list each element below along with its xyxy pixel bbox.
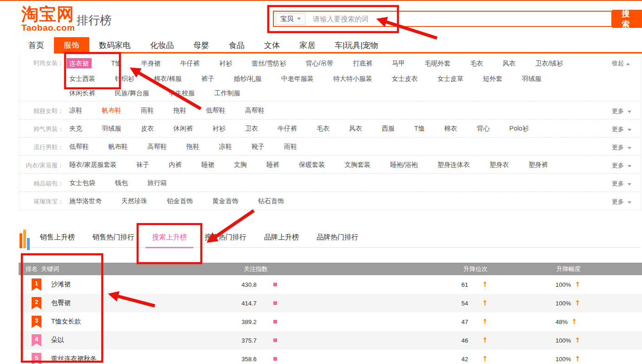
category-item[interactable]: 皮衣	[141, 124, 154, 132]
category-item[interactable]: T恤	[111, 59, 122, 67]
category-item[interactable]: 半身裙	[141, 59, 161, 67]
category-item[interactable]: 工作制服	[214, 89, 240, 97]
keyword-cell[interactable]: 蕾丝连衣裙秋冬	[46, 355, 121, 363]
category-item[interactable]: 高帮鞋	[245, 106, 265, 114]
category-item[interactable]: 中老年服装	[281, 74, 314, 83]
category-item[interactable]: 羽绒服	[102, 124, 121, 132]
category-item[interactable]: 钱包	[115, 179, 128, 187]
nav-tab-1[interactable]: 首页	[19, 37, 54, 53]
category-item[interactable]: 羽绒服	[522, 74, 542, 83]
nav-tab-3[interactable]: 数码家电	[89, 37, 140, 53]
nav-tab-7[interactable]: 文体	[254, 37, 290, 53]
category-item[interactable]: 雨鞋	[284, 142, 297, 151]
category-item[interactable]: 卫衣/绒衫	[535, 59, 563, 67]
keyword-cell[interactable]: 朵以	[46, 336, 121, 344]
nav-tab-5[interactable]: 母婴	[184, 37, 219, 53]
category-item[interactable]: 西服	[382, 124, 395, 132]
category-item[interactable]: 睡裤	[266, 160, 279, 169]
category-item[interactable]: 袜子	[136, 160, 149, 169]
keyword-cell[interactable]: T恤女长款	[46, 318, 121, 326]
category-item[interactable]: 夹克	[69, 124, 82, 132]
category-item[interactable]: 蕾丝/雪纺衫	[252, 59, 286, 67]
more-link[interactable]: 更多	[612, 124, 641, 133]
category-item[interactable]: 睡裙	[201, 160, 214, 169]
category-item[interactable]: 休闲长裤	[69, 89, 95, 97]
keyword-cell[interactable]: 沙滩裙	[46, 280, 121, 289]
nav-tab-2[interactable]: 服饰	[54, 37, 89, 53]
category-item[interactable]: 塑身衣	[490, 160, 509, 169]
category-item[interactable]: 内裤	[169, 160, 182, 169]
search-button[interactable]: 搜 索	[612, 10, 642, 28]
ranking-tab-品牌上升榜[interactable]: 品牌上升榜	[264, 227, 299, 248]
nav-tab-8[interactable]: 家居	[290, 37, 325, 53]
category-item[interactable]: 帆布鞋	[108, 142, 128, 151]
nav-tab-4[interactable]: 化妆品	[140, 37, 184, 53]
category-item[interactable]: 文胸套装	[344, 160, 371, 169]
category-item[interactable]: 学生校服	[169, 89, 195, 97]
category-item[interactable]: 睡袍/浴袍	[390, 160, 418, 169]
category-item[interactable]: 文胸	[234, 160, 247, 169]
category-item[interactable]: 民族/舞台服	[115, 89, 149, 97]
category-item[interactable]: 女士皮草	[437, 74, 463, 83]
category-item[interactable]: 牛仔裤	[180, 59, 200, 67]
category-item[interactable]: 婚纱/礼服	[234, 74, 262, 83]
category-item[interactable]: 休闲裤	[173, 124, 193, 132]
category-item[interactable]: 钻石首饰	[258, 197, 284, 205]
category-item[interactable]: 睡衣/家居服套装	[69, 160, 117, 169]
category-item[interactable]: 雨鞋	[141, 106, 154, 114]
category-item[interactable]: 针织衫	[115, 74, 134, 83]
category-item[interactable]: 衬衫	[212, 124, 225, 132]
category-item[interactable]: 女士包袋	[69, 179, 95, 187]
category-item[interactable]: 塑身连体衣	[437, 160, 470, 169]
nav-tab-6[interactable]: 食品	[219, 37, 254, 53]
search-category-select[interactable]: 宝贝	[276, 13, 305, 25]
ranking-tab-销售上升榜[interactable]: 销售上升榜	[40, 227, 75, 248]
category-item[interactable]: 毛呢外套	[424, 59, 450, 67]
category-item[interactable]: 旅行箱	[147, 179, 167, 187]
category-item[interactable]: 特大特小服装	[333, 74, 372, 83]
category-item[interactable]: 施华洛世奇	[69, 197, 102, 205]
nav-tab-9[interactable]: 车|玩具|宠物	[325, 37, 388, 53]
category-item[interactable]: 女士西装	[69, 74, 95, 83]
category-item[interactable]: 保暖套装	[299, 160, 325, 169]
category-item[interactable]: 连衣裙	[66, 58, 92, 68]
category-item[interactable]: 牛仔裤	[278, 124, 297, 132]
search-input[interactable]	[312, 14, 611, 23]
more-link[interactable]: 更多	[612, 160, 641, 170]
category-item[interactable]: 塑身裤	[529, 160, 548, 169]
category-item[interactable]: T恤	[414, 124, 425, 132]
category-item[interactable]: 凉鞋	[219, 142, 232, 151]
category-item[interactable]: 黄金首饰	[212, 197, 238, 205]
category-item[interactable]: 帆布鞋	[102, 106, 121, 114]
keyword-cell[interactable]: 包臀裙	[46, 299, 121, 307]
category-item[interactable]: 棉衣	[444, 124, 457, 132]
category-item[interactable]: 背心/吊带	[305, 59, 333, 67]
category-item[interactable]: 棉衣/棉服	[154, 74, 182, 83]
more-link[interactable]: 更多	[612, 106, 641, 115]
category-item[interactable]: 高帮鞋	[147, 142, 167, 151]
category-item[interactable]: 凉鞋	[69, 106, 82, 114]
category-item[interactable]: 拖鞋	[186, 142, 199, 151]
category-item[interactable]: 打底裤	[353, 59, 372, 67]
category-item[interactable]: 拖鞋	[173, 106, 186, 114]
more-link[interactable]: 更多	[612, 197, 641, 206]
ranking-tab-搜索上升榜[interactable]: 搜索上升榜	[152, 227, 187, 248]
category-item[interactable]: 短外套	[483, 74, 503, 83]
category-item[interactable]: 风衣	[503, 59, 516, 67]
category-item[interactable]: 毛衣	[317, 124, 330, 132]
more-link[interactable]: 更多	[612, 142, 641, 152]
category-item[interactable]: 低帮鞋	[206, 106, 225, 114]
category-item[interactable]: 铂金首饰	[167, 197, 193, 205]
category-item[interactable]: 靴子	[252, 142, 265, 151]
more-link[interactable]: 更多	[612, 179, 641, 188]
category-item[interactable]: 风衣	[349, 124, 362, 132]
category-item[interactable]: 裤子	[201, 74, 214, 83]
category-item[interactable]: 低帮鞋	[69, 142, 89, 151]
taobao-logo[interactable]: 淘宝网 Taobao.com	[21, 6, 75, 32]
ranking-tab-品牌热门排行[interactable]: 品牌热门排行	[317, 227, 358, 248]
ranking-tab-搜索热门排行[interactable]: 搜索热门排行	[205, 227, 246, 248]
category-item[interactable]: 卫衣	[245, 124, 258, 132]
category-item[interactable]: 背心	[477, 124, 490, 132]
category-item[interactable]: 女士皮衣	[392, 74, 418, 83]
category-item[interactable]: 衬衫	[219, 59, 232, 67]
